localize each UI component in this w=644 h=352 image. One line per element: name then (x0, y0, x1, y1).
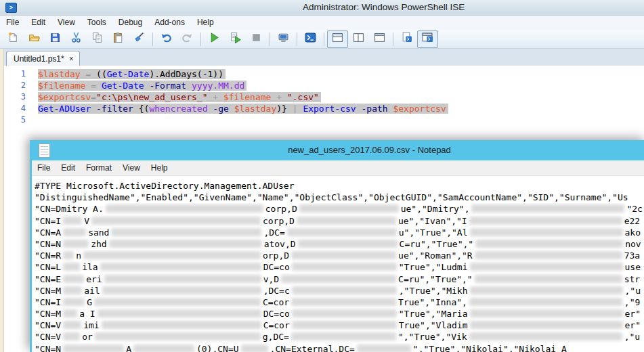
cut-icon (70, 32, 82, 46)
script-pane-right-button[interactable] (348, 30, 369, 48)
redo-button[interactable] (177, 30, 198, 48)
redacted-blur-block (63, 275, 84, 283)
notepad-menu-file[interactable]: File (32, 160, 56, 173)
csv-fragment: ue","Ivan","I (398, 216, 467, 226)
tab-close-icon[interactable]: × (69, 56, 74, 62)
toolbar-separator (152, 32, 153, 46)
redacted-blur-block (469, 217, 622, 225)
ise-tab-strip: Untitled1.ps1* × (0, 49, 644, 66)
csv-fragment: er" (625, 320, 641, 330)
save-script-button[interactable] (45, 30, 66, 48)
csv-fragment: ,CN=External,DC= (270, 344, 355, 352)
csv-fragment: "CN=L (35, 262, 61, 272)
notepad-text-area[interactable]: #TYPE Microsoft.ActiveDirectory.Manageme… (32, 176, 644, 352)
redacted-blur-block (95, 332, 261, 340)
paste-icon (112, 32, 124, 46)
csv-fragment: "CN=M (35, 309, 61, 319)
paste-button[interactable] (108, 30, 129, 48)
csv-fragment: "CN=R (35, 250, 61, 261)
redacted-blur-block (63, 286, 82, 294)
toolbar-separator (200, 32, 201, 46)
ise-menu-edit[interactable]: Edit (25, 16, 51, 27)
ise-menu-file[interactable]: File (0, 16, 25, 27)
csv-fragment: g,DC= (263, 332, 289, 342)
tab-untitled1[interactable]: Untitled1.ps1* × (6, 51, 80, 66)
redacted-blur-block (469, 298, 622, 306)
line-number: 5 (0, 114, 38, 126)
stop-operation-button[interactable] (246, 30, 267, 48)
redacted-blur-block (109, 240, 262, 248)
run-selection-button[interactable] (225, 30, 246, 48)
redacted-blur-block (104, 275, 261, 283)
redacted-blur-block (297, 217, 396, 225)
script-pane-top-button[interactable] (327, 30, 348, 48)
redacted-blur-block (63, 263, 80, 271)
clear-console-icon (133, 32, 145, 46)
ise-menu-tools[interactable]: Tools (81, 16, 112, 27)
code-line: 3$exportcsv="c:\ps\new_ad_users_" + $fil… (0, 91, 644, 103)
code-line-text: $filename = Get-Date -Format yyyy.MM.dd (38, 80, 246, 91)
csv-fragment: "CN=I (35, 297, 61, 307)
csv-fragment: n (76, 250, 81, 261)
csv-row: "CN=Eeriv,DC=ru","True","str (35, 273, 644, 285)
notepad-menu-help[interactable]: Help (146, 160, 173, 173)
copy-button[interactable] (87, 30, 108, 48)
redacted-blur-block (83, 251, 261, 259)
show-script-pane-icon (422, 32, 433, 46)
notepad-menu-edit[interactable]: Edit (56, 160, 81, 173)
new-script-button[interactable] (3, 30, 24, 48)
notepad-window-title: new_ad_users_2017.06.09.csv - Notepad (32, 145, 644, 155)
redacted-blur-block (100, 263, 261, 271)
code-line: 4Get-ADUser -filter {(whencreated -ge $l… (0, 103, 644, 114)
run-script-button[interactable] (204, 30, 225, 48)
open-script-button[interactable] (24, 30, 45, 48)
redacted-blur-block (63, 228, 86, 236)
redacted-blur-block (292, 263, 397, 271)
csv-fragment: str (624, 274, 640, 284)
notepad-menu-format[interactable]: Format (81, 160, 117, 173)
new-remote-powershell-tab-button[interactable] (273, 30, 294, 48)
csv-fragment: orp,D (263, 250, 289, 261)
open-script-icon (28, 32, 40, 46)
redacted-blur-block (94, 298, 261, 306)
new-remote-powershell-tab-icon (278, 32, 289, 46)
ise-menu-add-ons[interactable]: Add-ons (148, 16, 191, 27)
script-pane-maximized-button[interactable] (369, 30, 390, 48)
clear-console-button[interactable] (129, 30, 150, 48)
ise-title-bar[interactable]: > Administrator: Windows PowerShell ISE (0, 0, 644, 16)
csv-rows: "CN=Dmitry A.corp,Due","Dmitry","2c"CN=I… (35, 203, 644, 352)
csv-fragment: nov (625, 239, 641, 249)
ise-toolbar (0, 30, 644, 49)
notepad-title-bar[interactable]: new_ad_users_2017.06.09.csv - Notepad (32, 140, 644, 160)
redacted-blur-block (281, 275, 396, 283)
run-script-icon (209, 32, 220, 46)
redacted-blur-block (291, 298, 396, 306)
csv-fragment: zhd (91, 239, 106, 249)
run-selection-icon (230, 32, 241, 46)
redacted-blur-block (470, 286, 623, 294)
code-line-text: $lastday = ((Get-Date).AddDays(-1)) (38, 68, 226, 80)
code-line: 1$lastday = ((Get-Date).AddDays(-1)) (0, 68, 644, 80)
copy-icon (91, 32, 103, 46)
redacted-blur-block (98, 309, 261, 317)
csv-fragment: C=cor (263, 297, 289, 307)
ise-menu-help[interactable]: Help (191, 16, 220, 27)
csv-row: "CN=NA(0),CN=U,CN=External,DC=","True","… (35, 343, 644, 352)
redacted-blur-block (475, 275, 622, 283)
csv-fragment: a I (79, 309, 95, 319)
start-powershell-button[interactable] (300, 30, 321, 48)
ise-menu-view[interactable]: View (51, 16, 81, 27)
csv-fragment: use (625, 262, 641, 272)
cut-button[interactable] (66, 30, 87, 48)
show-script-pane-button[interactable] (417, 30, 438, 48)
csv-fragment: u","True","Al (399, 227, 468, 238)
undo-button[interactable] (156, 30, 177, 48)
notepad-menu-view[interactable]: View (117, 160, 146, 173)
ise-menu-debug[interactable]: Debug (112, 16, 148, 27)
new-powershell-tab-button[interactable] (396, 30, 417, 48)
redacted-blur-block (470, 228, 623, 236)
redacted-blur-block (292, 309, 397, 317)
redacted-blur-block (292, 286, 397, 294)
csv-fragment: "CN=M (35, 286, 61, 296)
redacted-blur-block (292, 321, 397, 329)
